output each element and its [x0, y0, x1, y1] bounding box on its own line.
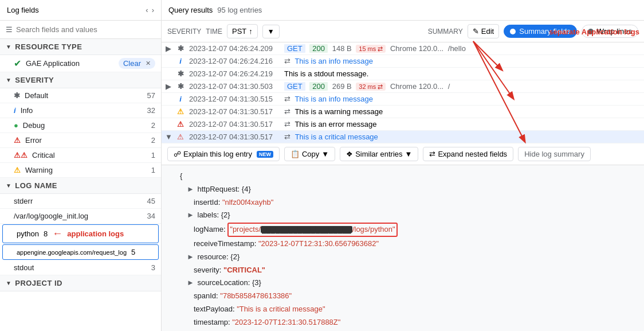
table-row[interactable]: ✱ 2023-12-07 04:26:24.219 This is a stdo…	[162, 68, 644, 80]
sev-icon: ⚠	[175, 120, 186, 128]
sev-icon: ✱	[175, 82, 186, 91]
hide-label: Hide log summary	[524, 150, 584, 158]
severity-toolbar-label: SEVERITY	[167, 28, 201, 36]
sev-critical-count: 1	[144, 151, 155, 159]
table-row[interactable]: i 2023-12-07 04:31:30.515 ⇄ This is an i…	[162, 93, 644, 106]
search-input[interactable]	[16, 25, 155, 34]
resource-type-gae[interactable]: ✔ GAE Application Clear ✕	[0, 55, 161, 72]
time-tz-value: PST	[232, 27, 246, 36]
sev-debug-icon: ●	[14, 121, 18, 130]
table-row[interactable]: ▼ ⚠ 2023-12-07 04:31:30.517 ⇄ This is a …	[162, 131, 644, 143]
expand-inline-icon: ⇄	[284, 95, 290, 103]
sev-error[interactable]: ⚠ Error 2	[0, 133, 161, 148]
time-dropdown-btn[interactable]: ▼	[262, 25, 280, 38]
log-appengine-count: 5	[131, 248, 135, 256]
prev-icon[interactable]: ‹	[146, 6, 148, 14]
hide-log-summary-btn[interactable]: Hide log summary	[518, 147, 591, 161]
expand-icon[interactable]: ▶	[165, 44, 172, 53]
project-id-section[interactable]: ▼ PROJECT ID	[0, 275, 161, 291]
severity-section[interactable]: ▼ SEVERITY	[0, 72, 161, 88]
log-name-section[interactable]: ▼ LOG NAME	[0, 178, 161, 194]
detail-toolbar: ☍ Explain this log entry NEW 📋 Copy ▼ ❖ …	[162, 143, 644, 165]
resource-expand-icon[interactable]: ►	[187, 252, 194, 261]
severity-arrow: ▼	[6, 77, 11, 83]
summary-fields-label: Summary fields	[519, 27, 571, 36]
sev-icon: i	[175, 57, 186, 65]
latency-badge: 32 ms ⇄	[356, 83, 386, 91]
resource-type-label: RESOURCE TYPE	[15, 42, 82, 51]
sev-info-icon: i	[14, 106, 16, 115]
expand-nested-btn[interactable]: ⇄ Expand nested fields	[423, 147, 513, 161]
time-tz-btn[interactable]: PST ↑	[227, 24, 258, 38]
sev-critical[interactable]: ⚠⚠ Critical 1	[0, 148, 161, 163]
log-stderr[interactable]: stderr 45	[0, 194, 161, 209]
log-fields-title: Log fields	[7, 6, 39, 14]
explain-btn[interactable]: ☍ Explain this log entry NEW	[167, 147, 280, 161]
log-count: 95 log entries	[217, 6, 262, 14]
severity-label: SEVERITY	[15, 76, 54, 84]
log-stderr-count: 45	[144, 197, 155, 205]
log-summary: GET 200 148 B 15 ms ⇄ Chrome 120.0... /h…	[284, 44, 641, 53]
sev-info-count: 32	[144, 106, 155, 115]
log-summary: ⇄ This is a warning message	[284, 107, 641, 116]
next-icon[interactable]: ›	[152, 6, 154, 14]
log-json-detail: { ► httpRequest: {4} insertId: "nlfz00f4…	[162, 165, 644, 331]
table-row[interactable]: ⚠ 2023-12-07 04:31:30.517 ⇄ This is a wa…	[162, 106, 644, 118]
table-row[interactable]: ⚠ 2023-12-07 04:31:30.517 ⇄ This is an e…	[162, 118, 644, 131]
sev-warning[interactable]: ⚠ Warning 1	[0, 163, 161, 178]
project-id-arrow: ▼	[6, 280, 11, 286]
size-text: 269 B	[332, 82, 352, 91]
log-appengine[interactable]: appengine.googleapis.com/request_log 5	[2, 244, 159, 260]
sort-asc-icon: ↑	[249, 27, 253, 36]
clear-btn[interactable]: ✕	[146, 60, 151, 67]
json-severity: severity: "CRITICAL"	[180, 264, 635, 277]
labels-expand-icon[interactable]: ►	[187, 211, 194, 219]
summary-fields-toggle[interactable]: Summary fields	[504, 25, 577, 38]
log-toolbar: SEVERITY TIME PST ↑ ▼ SUMMARY ✎ Edit Sum…	[162, 21, 644, 42]
resource-type-arrow: ▼	[6, 44, 11, 50]
json-log-name: logName: "projects/████████████████████/…	[180, 222, 635, 237]
log-table: ▶ ✱ 2023-12-07 04:26:24.209 GET 200 148 …	[162, 42, 644, 331]
sev-icon: ✱	[175, 69, 186, 78]
log-time: 2023-12-07 04:31:30.517	[189, 107, 281, 116]
edit-btn[interactable]: ✎ Edit	[468, 24, 499, 38]
table-row[interactable]: ▶ ✱ 2023-12-07 04:26:24.209 GET 200 148 …	[162, 42, 644, 55]
http-expand-icon[interactable]: ►	[187, 185, 194, 193]
sev-warning-label: Warning	[25, 166, 139, 174]
log-summary: ⇄ This is a critical message	[284, 133, 641, 141]
gae-chip[interactable]: Clear ✕	[119, 58, 155, 69]
resource-type-section[interactable]: ▼ RESOURCE TYPE	[0, 39, 161, 55]
log-stderr-label: stderr	[14, 197, 139, 205]
path-text: /	[448, 82, 450, 91]
sev-debug[interactable]: ● Debug 2	[0, 118, 161, 133]
similar-entries-btn[interactable]: ❖ Similar entries ▼	[340, 147, 418, 161]
sev-default-count: 57	[144, 91, 155, 100]
new-tag: NEW	[257, 151, 273, 158]
browser-text: Chrome 120.0...	[390, 44, 443, 53]
sev-info[interactable]: i Info 32	[0, 103, 161, 118]
filter-icon: ☰	[6, 25, 13, 34]
copy-btn[interactable]: 📋 Copy ▼	[284, 147, 335, 161]
wrap-dot	[588, 29, 594, 34]
log-python[interactable]: python 8 ← application logs	[2, 224, 159, 243]
table-row[interactable]: i 2023-12-07 04:26:24.216 ⇄ This is an i…	[162, 55, 644, 68]
wrap-lines-toggle[interactable]: Wrap lines	[582, 25, 638, 38]
log-python-label: python	[17, 229, 39, 238]
sev-default[interactable]: ✱ Default 57	[0, 88, 161, 103]
json-open-brace: {	[180, 170, 635, 183]
wrap-lines-label: Wrap lines	[597, 27, 632, 36]
annotation-arrow-left: ←	[52, 228, 62, 240]
expand-icon[interactable]: ▼	[165, 133, 172, 141]
log-stdout[interactable]: stdout 3	[0, 260, 161, 275]
table-row[interactable]: ▶ ✱ 2023-12-07 04:31:30.503 GET 200 269 …	[162, 80, 644, 93]
log-google-init[interactable]: /var/log/google_init.log 34	[0, 209, 161, 224]
search-bar[interactable]: ☰	[0, 21, 161, 39]
log-appengine-label: appengine.googleapis.com/request_log	[17, 249, 127, 256]
method-badge: GET	[284, 82, 305, 91]
expand-icon[interactable]: ▶	[165, 82, 172, 91]
size-text: 148 B	[332, 44, 352, 53]
log-summary: This is a stdout message.	[284, 69, 641, 78]
header-icons[interactable]: ‹ ›	[146, 6, 154, 14]
sev-error-label: Error	[25, 136, 139, 145]
source-expand-icon[interactable]: ►	[187, 278, 194, 287]
